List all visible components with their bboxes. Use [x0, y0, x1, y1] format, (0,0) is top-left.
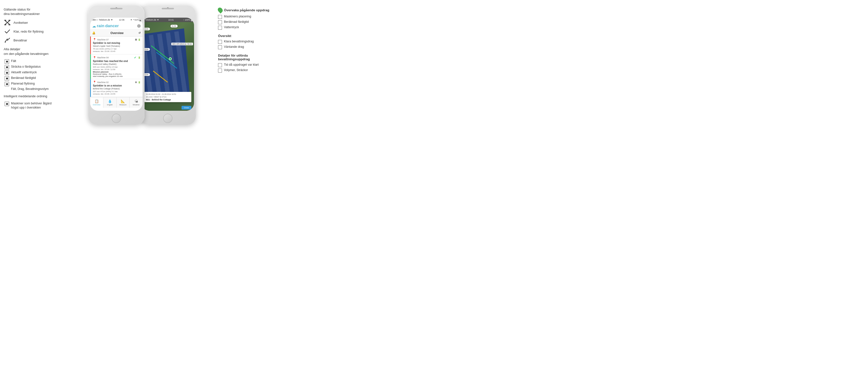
- map-popup: 21.09.2014 01:02 - 21.09.2014 10:51 20,1…: [144, 92, 192, 102]
- overview-title: Overview: [96, 31, 138, 35]
- planerad-label: Planerad flyttning: [11, 82, 35, 86]
- phone1-machine-list: 📍 Machine 07 ⊞ 🔋 Sprinkler is not moving…: [90, 36, 143, 97]
- phone2-screen: ○ Telekom.de ▼ 10:41 ↑ 100% ▓: [142, 18, 194, 111]
- card-field-02: Behind the Cottage (Potatos): [93, 87, 141, 90]
- nav-measure[interactable]: 📐 Measure: [117, 97, 130, 108]
- phone2-time: 10:41: [168, 19, 174, 21]
- phone2-signal: ↑ 100% ▓: [183, 19, 192, 21]
- card-time-07: vorauss. bis: 15.09. 23:45: [93, 50, 141, 53]
- measure-nav-label: Measure: [119, 103, 126, 106]
- popup-line2: 20,1mm / 363m³ at 271m: [146, 96, 190, 98]
- phone1-speaker: [110, 8, 123, 9]
- nav-irrigate[interactable]: 💧 Irrigate: [103, 97, 117, 108]
- phone2-map[interactable]: 22.09. 21.09. 22.09. 21.09. M21 16% (End…: [142, 22, 194, 111]
- phones-center: ●●●○○ Telekom.de ▼ 12:36 ✦ * 51% ▓ ☁ rai…: [71, 5, 213, 130]
- right-item-vantande: Väntande drag: [218, 45, 287, 49]
- cross-arrows-icon: [4, 19, 11, 26]
- machine-card-02[interactable]: 📍 Machine 02 ⚙ 🔋 Sprinkler is on a missi…: [90, 79, 143, 97]
- sprinkler-icon: [4, 37, 11, 43]
- card-mission-sub-04: start instantly, pre-irrigation 20 min: [93, 75, 141, 78]
- feature-bevattnar: Bevattnar: [4, 37, 71, 43]
- detail-planerad: ▣ Planerad flyttning: [4, 82, 71, 86]
- bevattnar-label: Bevattnar: [13, 38, 27, 42]
- card-stats-04: 305 von 310m (99%) 4.5 bar: [93, 66, 141, 68]
- right-section3-title: Detaljer för utförda bevattningsuppdrag: [218, 54, 287, 61]
- weather-nav-icon: 🌤: [134, 99, 138, 103]
- phone1-signal: ✦ * 51% ▓: [130, 19, 141, 21]
- machine-id-02: Machine 02: [97, 81, 109, 84]
- card-field-07: Steve's Apple Yard (Tomatos): [93, 45, 141, 47]
- card-status-02: Sprinkler is on a mission: [93, 84, 141, 87]
- machine-card-07[interactable]: 📍 Machine 07 ⊞ 🔋 Sprinkler is not moving…: [90, 36, 143, 54]
- nav-weather[interactable]: 🌤 Weather: [130, 97, 143, 108]
- irrigate-nav-icon: 💧: [108, 99, 112, 103]
- popup-line3: M21 - Behind the Cottage: [146, 98, 190, 101]
- card-stats-02: 207 von 471m (44%) 5.1 bar: [93, 90, 141, 93]
- card-status-04: Sprinkler has reached the end: [93, 60, 141, 62]
- battery-icon-04: 🔋: [138, 56, 141, 59]
- cloud-icon: ☁: [92, 24, 96, 28]
- feature-avvikelser: Avvikelser: [4, 19, 71, 26]
- machine-card-04[interactable]: 📍 Machine 04 ✔ 🔋 Sprinkler has reached t…: [90, 54, 143, 79]
- phone1-app-header: ☁ raindancer i: [90, 22, 143, 30]
- klara-label: Klara bevattningsdrag: [224, 40, 254, 43]
- phone1-status-bar: ●●●○○ Telekom.de ▼ 12:36 ✦ * 51% ▓: [90, 18, 143, 22]
- expand-icon-07: ⊞: [135, 38, 137, 41]
- overview-nav-label: Overview: [93, 103, 100, 106]
- logo-rain: rain: [97, 24, 104, 28]
- phone1-bottom-nav: 📋 Overview 💧 Irrigate 📐 Measure 🌤 Weathe…: [90, 97, 143, 108]
- right-section2-title: Översikt: [218, 34, 287, 38]
- checkbox-ordering: ▣: [5, 102, 9, 106]
- right-fardigtid-label: Beräknad färdigtid: [224, 20, 249, 24]
- right-item-tid: Tid då uppdraget var klart: [218, 63, 287, 67]
- overview-refresh-icon[interactable]: ↺: [138, 31, 141, 34]
- checkbox-fardigtid: ▣: [5, 76, 9, 81]
- volymer-label: Volymer, Sträckor: [224, 68, 248, 72]
- details-sub-label: Fält, Drag, Bevattningsvolym: [4, 87, 71, 91]
- checkbox-falt: ▣: [5, 59, 9, 64]
- phone1-frame: ●●●○○ Telekom.de ▼ 12:36 ✦ * 51% ▓ ☁ rai…: [88, 5, 145, 125]
- checkbox-planerad: ▣: [5, 82, 9, 86]
- tid-label: Tid då uppdraget var klart: [224, 63, 259, 66]
- phone2-home-button[interactable]: [163, 114, 173, 123]
- checkbox-klara: [218, 40, 222, 44]
- map-close-button[interactable]: Close: [182, 106, 191, 110]
- fardigtid-label: Beräknad färdigtid: [11, 76, 36, 80]
- phone1-screen: ●●●○○ Telekom.de ▼ 12:36 ✦ * 51% ▓ ☁ rai…: [90, 18, 143, 111]
- right-vattentryck-label: Vattentryck: [224, 26, 239, 29]
- machine-id-07: Machine 07: [97, 38, 109, 41]
- info-button[interactable]: i: [137, 24, 141, 28]
- irrigate-nav-label: Irrigate: [107, 103, 113, 106]
- map-label-2: 21.09.: [170, 25, 178, 27]
- feature-klar: Klar, redo för flyttning: [4, 28, 71, 35]
- detail-stracka: ▣ Sträcka o färdigstatus: [4, 65, 71, 69]
- card-time-02: vorauss. bis: 15.09. 23:55: [93, 93, 141, 95]
- section2-title: Alla detaljer om den pågående bevattning…: [4, 47, 71, 56]
- right-item-volymer: Volymer, Sträckor: [218, 68, 287, 72]
- logo-dancer: dancer: [105, 24, 119, 28]
- checkbox-stracka: ▣: [5, 65, 9, 69]
- section1-title: Gällande status för dina bevattningsmask…: [4, 7, 71, 16]
- klar-label: Klar, redo för flyttning: [13, 30, 43, 33]
- location-dot-02: 📍: [93, 81, 96, 84]
- checkbox-vattentryck: ▣: [5, 70, 9, 75]
- popup-line1: 21.09.2014 01:02 - 21.09.2014 10:51: [146, 93, 190, 95]
- machine-badge: M21 16% (End ca.: 01:11: [171, 42, 193, 45]
- checkmark-icon: [4, 28, 11, 35]
- card-stats-07: 75 von 310m (24%) 2.7 bar: [93, 48, 141, 50]
- location-pin-icon: [217, 7, 224, 13]
- right-item-klara: Klara bevattningsdrag: [218, 40, 287, 44]
- location-dot-07: 📍: [93, 38, 96, 41]
- placering-label: Maskiners placering: [224, 15, 251, 18]
- phone2-frame: ○ Telekom.de ▼ 10:41 ↑ 100% ▓: [140, 5, 196, 125]
- right-item-fardigtid: Beräknad färdigtid: [218, 20, 287, 24]
- detail-fardigtid: ▣ Beräknad färdigtid: [4, 76, 71, 81]
- ordering-item: ▣ Maskiner som behöver åtgärd högst upp …: [4, 101, 71, 110]
- overview-menu-icon: 🔔: [92, 31, 96, 34]
- card-mission-04: Mission planned:: [93, 71, 141, 73]
- phone1-home-button[interactable]: [112, 114, 121, 123]
- nav-overview[interactable]: 📋 Overview: [90, 97, 103, 108]
- right-item-placering: Maskiners placering: [218, 15, 287, 19]
- stracka-label: Sträcka o färdigstatus: [11, 65, 41, 69]
- checkmark-icon-04: ✔: [134, 56, 136, 59]
